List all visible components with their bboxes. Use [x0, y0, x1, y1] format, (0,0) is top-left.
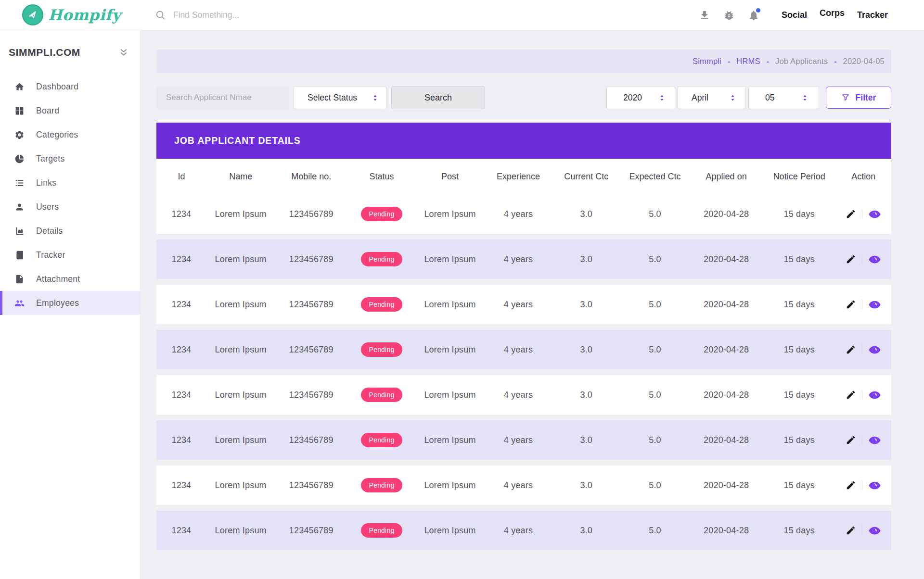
search-button[interactable]: Search: [391, 86, 485, 109]
edit-pencil-icon[interactable]: [846, 525, 856, 536]
sidebar-item-board[interactable]: Board: [0, 99, 140, 123]
breadcrumb-separator: -: [834, 57, 836, 66]
cell-mobile: 123456789: [275, 480, 347, 491]
month-select[interactable]: April: [678, 86, 746, 109]
sidebar-item-attachment[interactable]: Attachment: [0, 267, 140, 291]
year-select[interactable]: 2020: [606, 86, 675, 109]
action-divider: [862, 345, 862, 354]
cell-post: Lorem Ipsum: [416, 480, 484, 491]
cell-id: 1234: [156, 526, 206, 536]
cell-experience: 4 years: [484, 209, 552, 219]
edit-pencil-icon[interactable]: [846, 435, 856, 445]
sidebar-item-tracker[interactable]: Tracker: [0, 243, 140, 267]
edit-pencil-icon[interactable]: [846, 480, 856, 491]
cell-id: 1234: [156, 254, 206, 264]
status-badge: Pending: [361, 433, 403, 447]
cell-current-ctc: 3.0: [552, 345, 620, 355]
sidebar-item-details[interactable]: Details: [0, 219, 140, 243]
chart-icon: [14, 226, 25, 236]
action-divider: [862, 209, 862, 219]
cell-mobile: 123456789: [275, 526, 347, 536]
sidebar-item-links[interactable]: Links: [0, 171, 140, 195]
sidebar-item-categories[interactable]: Categories: [0, 123, 140, 147]
breadcrumb-bar: Simmpli-HRMS-Job Applicants-2020-04-05: [156, 50, 891, 73]
breadcrumb-item-hrms[interactable]: HRMS: [736, 57, 760, 66]
list-icon: [14, 178, 25, 188]
column-header-applied-on: Applied on: [690, 172, 763, 182]
view-eye-icon[interactable]: [868, 298, 881, 311]
download-icon[interactable]: [699, 10, 710, 21]
select-arrows-icon: [729, 94, 737, 102]
nav-link-social[interactable]: Social: [782, 10, 807, 20]
column-header-name: Name: [206, 172, 275, 182]
filter-row: Select Status Search 2020 April: [156, 86, 891, 109]
select-arrows-icon: [801, 94, 809, 102]
status-badge: Pending: [361, 207, 403, 221]
cell-actions: [836, 298, 891, 311]
day-select-value: 05: [765, 93, 774, 103]
table-header: IdNameMobile no.StatusPostExperienceCurr…: [156, 159, 891, 194]
sidebar-item-label: Details: [36, 226, 63, 236]
cell-experience: 4 years: [484, 300, 552, 310]
cell-expected-ctc: 5.0: [620, 254, 690, 264]
cell-status: Pending: [347, 207, 416, 221]
sidebar-item-label: Links: [36, 178, 56, 188]
status-select[interactable]: Select Status: [294, 86, 386, 109]
nav-link-tracker[interactable]: Tracker: [857, 10, 888, 20]
view-eye-icon[interactable]: [868, 253, 881, 266]
edit-pencil-icon[interactable]: [846, 254, 856, 264]
cell-current-ctc: 3.0: [552, 209, 620, 219]
view-eye-icon[interactable]: [868, 524, 881, 537]
view-eye-icon[interactable]: [868, 434, 881, 447]
edit-pencil-icon[interactable]: [846, 390, 856, 400]
cell-expected-ctc: 5.0: [620, 526, 690, 536]
global-search-input[interactable]: [173, 10, 380, 20]
logo[interactable]: Hompify: [22, 4, 121, 25]
table-row: 1234Lorem Ipsum123456789PendingLorem Ips…: [156, 330, 891, 369]
action-divider: [862, 390, 862, 400]
sidebar-item-label: Targets: [36, 154, 65, 164]
sidebar-item-dashboard[interactable]: Dashboard: [0, 75, 140, 99]
sidebar-item-employees[interactable]: Employees: [0, 291, 140, 315]
cell-notice-period: 15 days: [763, 435, 836, 445]
bug-icon[interactable]: [723, 10, 735, 21]
day-select[interactable]: 05: [748, 86, 819, 109]
grid-icon: [14, 106, 25, 116]
cell-expected-ctc: 5.0: [620, 300, 690, 310]
nav-link-corps[interactable]: Corps: [820, 8, 845, 18]
view-eye-icon[interactable]: [868, 343, 881, 356]
year-select-value: 2020: [623, 93, 642, 103]
sidebar-item-targets[interactable]: Targets: [0, 147, 140, 171]
cell-mobile: 123456789: [275, 435, 347, 445]
collapse-double-chevron-icon[interactable]: [119, 48, 128, 57]
view-eye-icon[interactable]: [868, 479, 881, 492]
edit-pencil-icon[interactable]: [846, 344, 856, 355]
breadcrumb-separator: -: [767, 57, 769, 66]
cell-status: Pending: [347, 433, 416, 447]
top-icon-buttons: [699, 10, 759, 21]
edit-pencil-icon[interactable]: [846, 299, 856, 310]
edit-pencil-icon[interactable]: [846, 209, 856, 219]
cell-applied-on: 2020-04-28: [690, 345, 763, 355]
funnel-icon: [841, 93, 850, 102]
view-eye-icon[interactable]: [868, 389, 881, 402]
cell-applied-on: 2020-04-28: [690, 390, 763, 400]
home-icon: [14, 82, 25, 92]
sidebar-item-label: Dashboard: [36, 82, 78, 92]
breadcrumb-item-simmpli[interactable]: Simmpli: [693, 57, 721, 66]
cell-expected-ctc: 5.0: [620, 345, 690, 355]
status-select-value: Select Status: [308, 93, 357, 103]
filter-button[interactable]: Filter: [826, 87, 891, 109]
user-icon: [14, 202, 25, 212]
bell-icon[interactable]: [748, 10, 759, 21]
sidebar-item-users[interactable]: Users: [0, 195, 140, 219]
cell-experience: 4 years: [484, 345, 552, 355]
filter-right-group: 2020 April 05: [606, 86, 891, 109]
table-body: 1234Lorem Ipsum123456789PendingLorem Ips…: [156, 194, 891, 550]
view-eye-icon[interactable]: [868, 208, 881, 221]
cell-status: Pending: [347, 252, 416, 266]
applicant-search-input[interactable]: [156, 86, 289, 109]
status-badge: Pending: [361, 478, 403, 492]
cell-applied-on: 2020-04-28: [690, 300, 763, 310]
status-badge: Pending: [361, 297, 403, 312]
